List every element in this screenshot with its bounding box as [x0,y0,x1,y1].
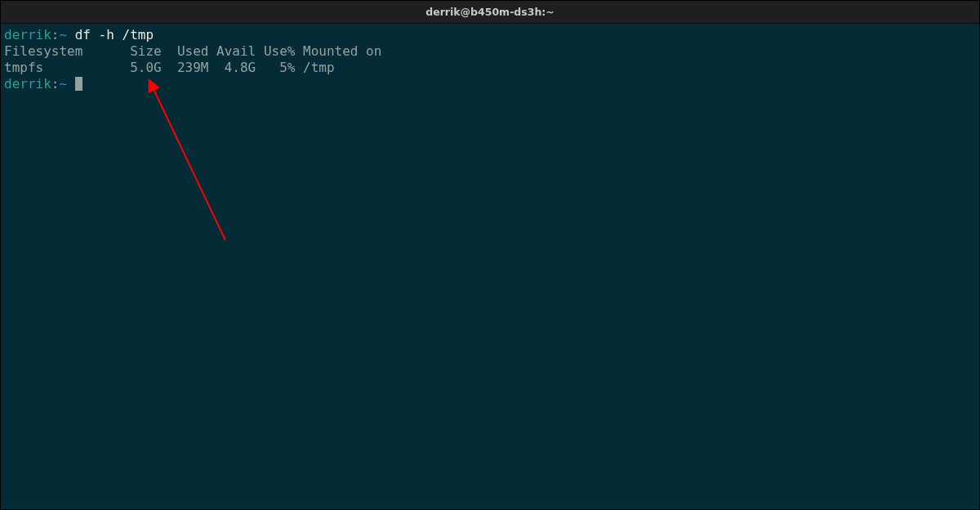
prompt-path: ~ [59,27,67,42]
terminal-area[interactable]: derrik:~ df -h /tmp Filesystem Size Used… [1,24,979,509]
cursor [75,77,82,91]
output-header: Filesystem Size Used Avail Use% Mounted … [4,43,976,60]
prompt-user-2: derrik [4,76,51,92]
window-titlebar[interactable]: derrik@b450m-ds3h:~ [1,1,979,24]
prompt-sep: : [51,27,60,42]
prompt-space [67,27,75,42]
prompt-user: derrik [4,27,51,42]
annotation-arrow [1,24,979,509]
command-line-1: derrik:~ df -h /tmp [4,27,976,43]
prompt-sep-2: : [51,76,60,92]
window-title: derrik@b450m-ds3h:~ [425,6,555,18]
terminal-window: derrik@b450m-ds3h:~ derrik:~ df -h /tmp … [1,1,979,509]
prompt-space-2 [67,76,75,92]
svg-line-1 [153,87,225,240]
command-line-2: derrik:~ [4,76,976,92]
output-row-1: tmpfs 5.0G 239M 4.8G 5% /tmp [4,60,976,76]
command-text: df -h /tmp [75,27,154,42]
prompt-path-2: ~ [59,76,67,92]
